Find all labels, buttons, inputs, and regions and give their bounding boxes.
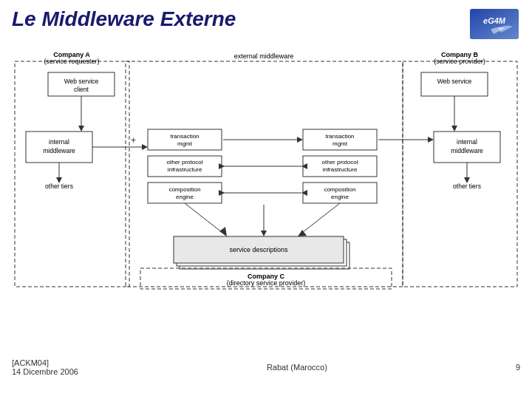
svg-marker-63 bbox=[219, 227, 227, 236]
diagram: external middleware Company A (service r… bbox=[11, 47, 521, 357]
citation: [ACKM04] bbox=[12, 358, 78, 367]
svg-text:mgmt: mgmt bbox=[177, 140, 193, 147]
svg-text:(service requester): (service requester) bbox=[44, 58, 99, 65]
svg-text:Web service: Web service bbox=[64, 78, 99, 85]
svg-marker-57 bbox=[142, 144, 148, 150]
page-title: Le Middleware Externe bbox=[12, 7, 236, 31]
svg-text:+: + bbox=[131, 135, 136, 146]
date: 14 Dicembre 2006 bbox=[12, 367, 78, 376]
svg-text:(directory service provider): (directory service provider) bbox=[227, 279, 306, 287]
svg-marker-65 bbox=[298, 230, 307, 236]
svg-marker-49 bbox=[78, 126, 84, 132]
svg-text:mgmt: mgmt bbox=[332, 140, 348, 147]
svg-text:composition: composition bbox=[169, 186, 201, 193]
page-number: 9 bbox=[516, 363, 520, 372]
logo-icon: eG4M bbox=[468, 7, 520, 41]
svg-line-64 bbox=[299, 203, 340, 235]
svg-text:composition: composition bbox=[324, 186, 356, 193]
svg-text:client: client bbox=[74, 86, 89, 93]
svg-text:infrastructure: infrastructure bbox=[168, 166, 202, 173]
location: Rabat (Marocco) bbox=[267, 363, 327, 372]
svg-marker-59 bbox=[297, 137, 303, 143]
svg-text:(service provider): (service provider) bbox=[434, 58, 485, 65]
svg-text:other protocol: other protocol bbox=[167, 159, 203, 166]
svg-text:service descriptions: service descriptions bbox=[229, 246, 288, 253]
svg-text:other tiers: other tiers bbox=[453, 183, 481, 190]
svg-text:engine: engine bbox=[176, 194, 194, 200]
svg-text:infrastructure: infrastructure bbox=[323, 166, 358, 173]
svg-text:middleware: middleware bbox=[43, 147, 75, 154]
svg-text:Web service: Web service bbox=[437, 78, 472, 85]
svg-text:external middleware: external middleware bbox=[234, 52, 294, 60]
footer: [ACKM04] 14 Dicembre 2006 Rabat (Marocco… bbox=[0, 357, 532, 378]
svg-text:transaction: transaction bbox=[325, 133, 354, 140]
svg-text:transaction: transaction bbox=[170, 133, 199, 140]
svg-text:internal: internal bbox=[49, 138, 69, 146]
svg-line-62 bbox=[185, 203, 225, 235]
svg-text:other tiers: other tiers bbox=[45, 183, 73, 190]
svg-marker-53 bbox=[451, 126, 457, 132]
svg-text:internal: internal bbox=[457, 138, 477, 146]
svg-text:eG4M: eG4M bbox=[483, 16, 506, 25]
svg-text:other protocol: other protocol bbox=[322, 159, 358, 166]
svg-marker-74 bbox=[261, 231, 267, 236]
header: Le Middleware Externe eG4M bbox=[0, 0, 532, 41]
svg-text:engine: engine bbox=[331, 194, 349, 200]
diagram-svg: external middleware Company A (service r… bbox=[11, 47, 521, 357]
svg-marker-61 bbox=[428, 137, 434, 143]
svg-text:middleware: middleware bbox=[451, 147, 483, 154]
